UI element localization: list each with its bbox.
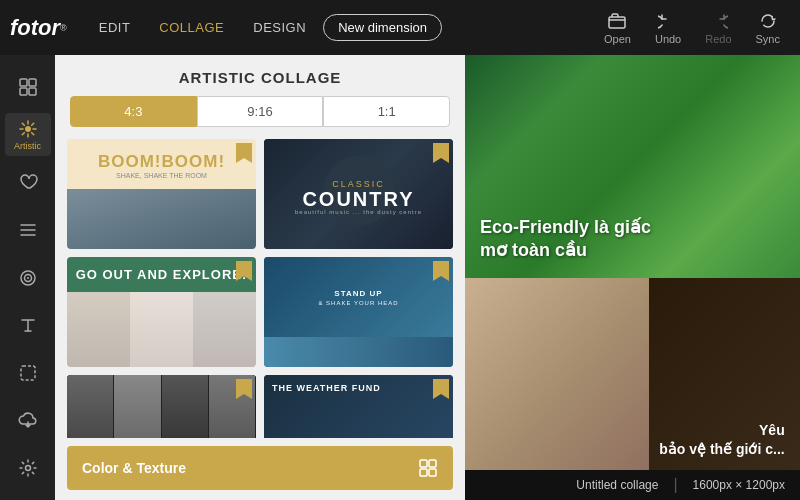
sync-action[interactable]: Sync	[746, 7, 790, 49]
sidebar-item-artistic[interactable]: Artistic	[5, 113, 51, 157]
boom-sub: SHAKE, SHAKE THE ROOM	[98, 172, 225, 179]
file-name: Untitled collage	[576, 478, 658, 492]
ratio-tabs: 4:3 9:16 1:1	[70, 96, 450, 127]
sync-label: Sync	[756, 33, 780, 45]
sidebar-item-text[interactable]	[5, 303, 51, 347]
svg-rect-4	[29, 88, 36, 95]
standup-bottom	[264, 337, 453, 367]
redo-icon	[708, 11, 728, 31]
ratio-tab-1-1[interactable]: 1:1	[323, 96, 450, 127]
open-icon	[607, 11, 627, 31]
template-item-explore[interactable]: GO OUT AND EXPLORE!	[67, 257, 256, 367]
nav-links: EDIT COLLAGE DESIGN New dimension	[87, 14, 594, 41]
open-action[interactable]: Open	[594, 7, 641, 49]
color-texture-icon	[418, 458, 438, 478]
logo-area: fotor®	[10, 15, 67, 41]
logo: fotor	[10, 15, 60, 41]
color-texture-label: Color & Texture	[82, 460, 186, 476]
boom-text: BOOM!BOOM!	[98, 153, 225, 172]
template-item-boom[interactable]: BOOM!BOOM! SHAKE, SHAKE THE ROOM	[67, 139, 256, 249]
standup-main: STAND UP & SHAKE YOUR HEAD	[264, 257, 453, 337]
sidebar-item-target[interactable]	[5, 256, 51, 300]
boom-bg	[67, 189, 256, 250]
svg-rect-13	[420, 469, 427, 476]
canvas-top-line2: mơ toàn cầu	[480, 239, 651, 262]
status-bar: Untitled collage | 1600px × 1200px	[465, 470, 800, 500]
country-label: COUNTRY	[295, 189, 422, 209]
standup-text: STAND UP & SHAKE YOUR HEAD	[318, 289, 398, 306]
face-3	[162, 375, 209, 438]
face-1	[67, 375, 114, 438]
ratio-tab-9-16[interactable]: 9:16	[197, 96, 324, 127]
svg-point-8	[27, 277, 29, 279]
canvas-bottom-left-image	[465, 278, 649, 471]
sidebar-item-brush[interactable]	[5, 351, 51, 395]
explore-img-3	[193, 292, 256, 367]
canvas-top-image: Eco-Friendly là giấc mơ toàn cầu	[465, 55, 800, 278]
boom-header: BOOM!BOOM! SHAKE, SHAKE THE ROOM	[67, 139, 256, 189]
explore-images	[67, 292, 256, 367]
template-item-bw[interactable]	[67, 375, 256, 438]
layout-icon	[18, 77, 38, 97]
settings-icon	[18, 458, 38, 478]
canvas-bottom-right-image: Yêu bảo vệ thế giới c...	[649, 278, 800, 471]
sidebar-item-favorites[interactable]	[5, 160, 51, 204]
bw-strip	[67, 375, 256, 438]
text-icon	[18, 315, 38, 335]
svg-rect-3	[20, 88, 27, 95]
canvas-dimensions: 1600px × 1200px	[693, 478, 785, 492]
heart-icon	[18, 172, 38, 192]
svg-rect-2	[29, 79, 36, 86]
template-item-weather[interactable]: THE WEATHER FUND	[264, 375, 453, 438]
sidebar-item-layout[interactable]	[5, 65, 51, 109]
main-area: Artistic	[0, 55, 800, 500]
sidebar-item-settings[interactable]	[5, 446, 51, 490]
nav-collage[interactable]: COLLAGE	[147, 14, 236, 41]
redo-label: Redo	[705, 33, 731, 45]
canvas-bottom-right-text: Yêu bảo vệ thế giới c...	[659, 421, 784, 460]
canvas-top-line1: Eco-Friendly là giấc	[480, 216, 651, 239]
top-nav: fotor® EDIT COLLAGE DESIGN New dimension…	[0, 0, 800, 55]
bw-faces	[67, 375, 256, 438]
logo-tm: ®	[60, 23, 67, 33]
explore-text: GO OUT AND EXPLORE!	[76, 267, 248, 282]
country-sub: beautiful music ... the dusty centre	[295, 209, 422, 215]
canvas-bottom-images: Yêu bảo vệ thế giới c...	[465, 278, 800, 471]
boom-image	[67, 189, 256, 250]
new-dimension-button[interactable]: New dimension	[323, 14, 442, 41]
status-divider: |	[673, 476, 677, 494]
color-texture-button[interactable]: Color & Texture	[67, 446, 453, 490]
canvas-bottom-line2: bảo vệ thế giới c...	[659, 440, 784, 460]
canvas-top-text: Eco-Friendly là giấc mơ toàn cầu	[480, 216, 651, 263]
canvas-bottom-line1: Yêu	[659, 421, 784, 441]
icon-bar: Artistic	[0, 55, 55, 500]
svg-rect-9	[21, 366, 35, 380]
sidebar-item-list[interactable]	[5, 208, 51, 252]
face-2	[114, 375, 161, 438]
panel-title: ARTISTIC COLLAGE	[55, 55, 465, 96]
template-item-standup[interactable]: STAND UP & SHAKE YOUR HEAD	[264, 257, 453, 367]
ratio-tab-4-3[interactable]: 4:3	[70, 96, 197, 127]
canvas-content: Eco-Friendly là giấc mơ toàn cầu Yêu bảo…	[465, 55, 800, 500]
open-label: Open	[604, 33, 631, 45]
nav-edit[interactable]: EDIT	[87, 14, 143, 41]
weather-text: THE WEATHER FUND	[264, 375, 453, 401]
template-item-classic-country[interactable]: CLASSIC COUNTRY beautiful music ... the …	[264, 139, 453, 249]
sync-icon	[758, 11, 778, 31]
explore-img-1	[67, 292, 130, 367]
template-grid: BOOM!BOOM! SHAKE, SHAKE THE ROOM CLASSIC…	[55, 139, 465, 438]
classic-label: CLASSIC	[295, 179, 422, 189]
cloud-icon	[18, 411, 38, 431]
nav-design[interactable]: DESIGN	[241, 14, 318, 41]
undo-action[interactable]: Undo	[645, 7, 691, 49]
canvas-area: Eco-Friendly là giấc mơ toàn cầu Yêu bảo…	[465, 55, 800, 500]
undo-label: Undo	[655, 33, 681, 45]
sidebar-item-cloud[interactable]	[5, 399, 51, 443]
svg-point-10	[25, 466, 30, 471]
svg-rect-11	[420, 460, 427, 467]
artistic-label: Artistic	[14, 141, 41, 151]
shake-label: & SHAKE YOUR HEAD	[318, 300, 398, 306]
redo-action[interactable]: Redo	[695, 7, 741, 49]
nav-actions: Open Undo Redo Sync	[594, 7, 790, 49]
brush-icon	[18, 363, 38, 383]
